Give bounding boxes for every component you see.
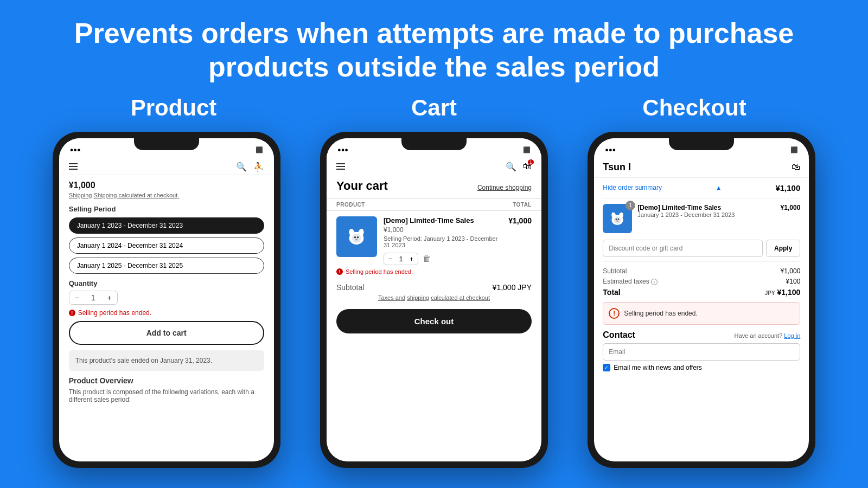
phone-notch-product <box>134 138 199 150</box>
checkout-error-box: ! Selling period has ended. <box>603 302 800 325</box>
total-row: Total JPY ¥1,100 <box>603 288 800 297</box>
totals-section: Subtotal ¥1,000 Estimated taxes i ¥100 T… <box>603 261 800 297</box>
order-item: 1 [Demo] Limited-Tim <box>603 204 800 233</box>
period-btn-2025[interactable]: January 1 2025 - December 31 2025 <box>69 258 264 274</box>
svg-point-12 <box>614 216 621 223</box>
store-name: Tsun I <box>603 162 631 173</box>
shipping-link[interactable]: Shipping <box>69 192 92 198</box>
svg-point-4 <box>352 234 361 243</box>
contact-title: Contact <box>603 330 635 340</box>
total-label: Total <box>603 288 620 297</box>
phone-notch-cart <box>401 138 467 150</box>
cart-qty-increase[interactable]: + <box>410 255 414 263</box>
order-item-name: [Demo] Limited-Time Sales <box>637 204 775 211</box>
phone-notch-checkout <box>669 138 734 150</box>
continue-shopping-link[interactable]: Continue shopping <box>477 184 532 191</box>
section-label-cart: Cart <box>305 95 563 121</box>
menu-icon-cart[interactable] <box>336 163 345 170</box>
checkout-button[interactable]: Check out <box>336 309 532 333</box>
order-summary-toggle[interactable]: Hide order summary ▲ ¥1,100 <box>603 178 800 198</box>
cart-item-image <box>336 216 377 257</box>
cart-title: Your cart <box>336 179 388 193</box>
subtotal-value: ¥1,000 <box>781 267 801 275</box>
cart-qty-decrease[interactable]: − <box>388 255 393 263</box>
cart-item-total-price: ¥1,000 <box>508 216 532 265</box>
checkout-error-text: Selling period has ended. <box>624 310 697 317</box>
bag-icon[interactable]: 🛍 <box>792 162 800 172</box>
taxes-label: Estimated taxes i <box>603 278 658 285</box>
email-input[interactable] <box>603 343 800 361</box>
newsletter-checkbox[interactable]: ✓ <box>603 364 610 371</box>
cart-nav: 🔍 🛍1 <box>327 157 541 175</box>
product-image-dog <box>343 223 370 250</box>
svg-point-6 <box>357 236 359 238</box>
cart-error: ! Selling period has ended. <box>327 265 541 275</box>
item-badge: 1 <box>626 201 635 210</box>
product-error: ! Selling period has ended. <box>69 309 264 317</box>
info-icon[interactable]: i <box>651 279 658 285</box>
qty-value: 1 <box>91 293 95 302</box>
apply-button[interactable]: Apply <box>766 240 800 257</box>
cart-qty-row: − 1 + 🗑 <box>384 253 502 265</box>
subtotal-row: Subtotal ¥1,000 <box>603 267 800 275</box>
cart-subtotal: Subtotal ¥1,000 JPY <box>327 275 541 294</box>
have-account-text: Have an account? Log in <box>735 332 801 339</box>
cart-icon[interactable]: ⛹ <box>253 162 264 172</box>
contact-section: Contact Have an account? Log in ✓ Email … <box>603 330 800 371</box>
order-item-price: ¥1,000 <box>781 204 801 233</box>
period-btn-2024[interactable]: January 1 2024 - December 31 2024 <box>69 237 264 254</box>
cart-item-selling-period: Selling Period: January 1 2023 - Decembe… <box>384 235 502 248</box>
section-label-product: Product <box>44 95 302 121</box>
product-overview-title: Product Overview <box>69 376 264 385</box>
cart-subtotal-value: ¥1,000 JPY <box>493 283 532 292</box>
cart-item-unit-price: ¥1,000 <box>384 226 502 234</box>
svg-point-5 <box>354 236 356 238</box>
svg-point-13 <box>616 219 617 220</box>
col-total: TOTAL <box>513 202 532 208</box>
checkout-product-image <box>607 208 628 229</box>
menu-icon[interactable] <box>69 163 78 170</box>
qty-increase[interactable]: + <box>107 293 111 302</box>
taxes-value: ¥100 <box>786 278 801 285</box>
selling-period-label: Selling Period <box>69 205 264 213</box>
period-btn-2023[interactable]: January 1 2023 - December 31 2023 <box>69 217 264 234</box>
cart-columns: PRODUCT TOTAL <box>327 198 541 211</box>
col-product: PRODUCT <box>336 202 365 208</box>
order-item-info: [Demo] Limited-Time Sales January 1 2023… <box>637 204 775 233</box>
checkout-error-icon: ! <box>609 308 620 319</box>
product-overview-text: This product is composed of the followin… <box>69 388 264 403</box>
cart-error-dot: ! <box>336 268 343 275</box>
sale-ended-box: This product's sale ended on January 31,… <box>69 350 264 371</box>
svg-point-7 <box>355 239 358 240</box>
hide-summary-link[interactable]: Hide order summary <box>603 184 662 191</box>
cart-icon-cart[interactable]: 🛍1 <box>523 162 532 172</box>
quantity-label: Quantity <box>69 279 264 287</box>
discount-input[interactable] <box>603 240 763 257</box>
qty-decrease[interactable]: − <box>75 293 79 302</box>
svg-point-14 <box>618 219 620 220</box>
log-in-link[interactable]: Log in <box>784 332 800 339</box>
cart-item-name: [Demo] Limited-Time Sales <box>384 216 502 224</box>
error-dot: ! <box>69 310 75 316</box>
quantity-control: − 1 + <box>69 291 118 305</box>
checkout-top-bar: Tsun I 🛍 <box>594 157 809 178</box>
cart-header: Your cart Continue shopping <box>327 175 541 198</box>
search-icon-cart[interactable]: 🔍 <box>506 162 516 172</box>
shipping-text: Shipping Shipping calculated at checkout… <box>69 192 264 198</box>
product-nav: 🔍 ⛹ <box>59 157 274 175</box>
newsletter-label: Email me with news and offers <box>614 364 702 371</box>
add-to-cart-button[interactable]: Add to cart <box>69 321 264 345</box>
section-label-checkout: Checkout <box>565 95 823 121</box>
product-phone: ●●● ⬛ 🔍 ⛹ ¥1,000 Shipping Shipping c <box>53 132 280 468</box>
cart-phone: ●●● ⬛ 🔍 🛍1 Your cart Continue sh <box>320 132 548 468</box>
cart-delete-icon[interactable]: 🗑 <box>423 254 431 264</box>
summary-total: ¥1,100 <box>775 183 800 192</box>
cart-qty-control: − 1 + <box>384 253 418 265</box>
shipping-calc-link[interactable]: shipping <box>407 294 429 301</box>
search-icon[interactable]: 🔍 <box>236 162 247 172</box>
total-value: JPY ¥1,100 <box>765 288 801 297</box>
cart-item-details: [Demo] Limited-Time Sales ¥1,000 Selling… <box>384 216 502 265</box>
product-price: ¥1,000 <box>69 181 264 190</box>
cart-taxes-note: Taxes and shipping calculated at checkou… <box>327 294 541 306</box>
order-item-image: 1 <box>603 204 632 233</box>
